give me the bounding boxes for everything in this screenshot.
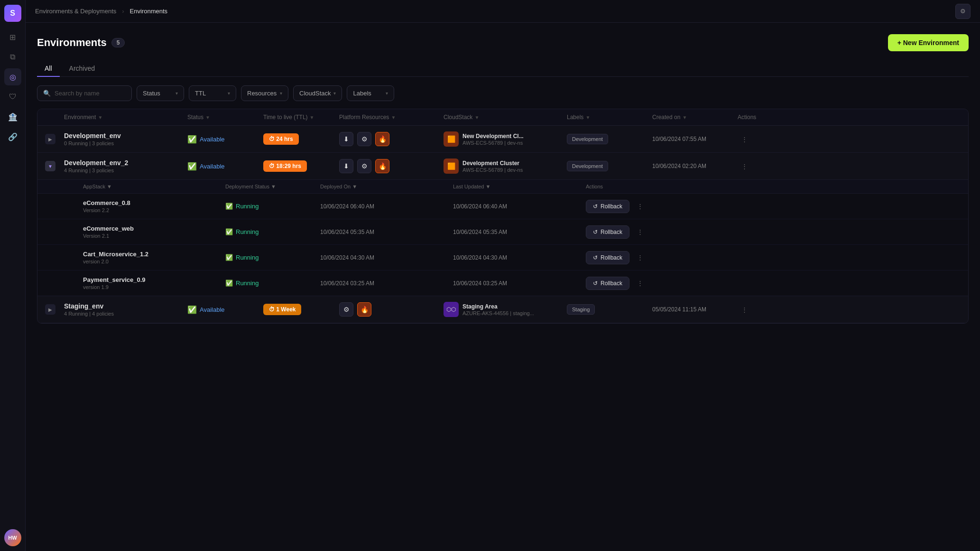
rollback-button-cart-microservice[interactable]: ↺ Rollback — [586, 251, 629, 264]
cloudstack-details-2: Development Cluster AWS-ECS-56789 | dev-… — [462, 160, 523, 173]
th-labels[interactable]: Labels ▼ — [567, 114, 652, 121]
env-name-cell: Development_env 0 Running | 3 policies — [64, 132, 187, 146]
rollback-icon: ↺ — [593, 229, 598, 235]
labels-filter[interactable]: Labels ▾ — [347, 85, 394, 101]
appstack-name: eCommerce_0.8 — [83, 199, 225, 206]
th-status[interactable]: Status ▼ — [187, 114, 263, 121]
tab-all[interactable]: All — [37, 61, 60, 77]
env-row-main-development-env-2[interactable]: ▼ Development_env_2 4 Running | 3 polici… — [37, 153, 968, 179]
deployed-on-cell: 10/06/2024 06:40 AM — [320, 203, 453, 210]
sub-actions-cell: ↺ Rollback ⋮ — [586, 200, 681, 213]
ttl-cell-2: ⏱ 18:29 hrs — [263, 160, 339, 172]
appstack-version-4: version 1.9 — [83, 284, 225, 290]
ttl-badge: ⏱ 24 hrs — [263, 133, 299, 145]
cloudstack-icon: 🟧 — [444, 131, 459, 147]
rollback-button-payment-service[interactable]: ↺ Rollback — [586, 277, 629, 290]
sub-table-header: AppStack ▼ Deployment Status ▼ Deployed … — [37, 180, 968, 194]
sub-th-deployment-status[interactable]: Deployment Status ▼ — [225, 184, 320, 189]
sidebar: S ⊞ ⧉ ◎ 🛡 🏦 🔗 HW — [0, 0, 26, 551]
status-label-2: Available — [200, 163, 225, 170]
cloudstack-name: New Development Cl... — [462, 133, 524, 140]
status-filter-label: Status — [143, 90, 160, 97]
env-row-development-env: ▶ Development_env 0 Running | 3 policies… — [37, 126, 968, 153]
ttl-badge-staging: ⏱ 1 Week — [263, 304, 301, 315]
chevron-down-icon: ▾ — [333, 91, 336, 96]
running-icon-2: ✅ — [225, 228, 233, 235]
th-created-on[interactable]: Created on ▼ — [652, 114, 738, 121]
sidebar-icon-bank[interactable]: 🏦 — [4, 108, 21, 125]
expand-button-development-env[interactable]: ▶ — [45, 134, 55, 144]
new-environment-button[interactable]: + New Environment — [888, 34, 969, 51]
sub-th-last-updated[interactable]: Last Updated ▼ — [453, 184, 586, 189]
appstack-name-cell: eCommerce_0.8 Version 2.2 — [83, 199, 225, 213]
labels-cell: Development — [567, 134, 652, 144]
env-row-development-env-2: ▼ Development_env_2 4 Running | 3 polici… — [37, 153, 968, 296]
rollback-label: Rollback — [601, 203, 622, 210]
breadcrumb-parent[interactable]: Environments & Deployments — [35, 8, 116, 15]
rollback-button-ecommerce-web[interactable]: ↺ Rollback — [586, 225, 629, 239]
search-box[interactable]: 🔍 — [37, 85, 132, 101]
th-environment[interactable]: Environment ▼ — [64, 114, 187, 121]
sidebar-icon-layers[interactable]: ⧉ — [4, 48, 21, 65]
appstack-name-3: Cart_Microservice_1.2 — [83, 251, 225, 258]
rollback-icon: ↺ — [593, 254, 598, 261]
sub-th-appstack[interactable]: AppStack ▼ — [83, 184, 225, 189]
more-options-appstack-1[interactable]: ⋮ — [633, 200, 647, 213]
cloudstack-cell: 🟧 New Development Cl... AWS-ECS-56789 | … — [444, 131, 567, 147]
more-options-button[interactable]: ⋮ — [738, 132, 751, 146]
search-input[interactable] — [55, 90, 121, 97]
more-options-appstack-3[interactable]: ⋮ — [633, 251, 647, 264]
chevron-down-icon: ▾ — [280, 91, 282, 96]
th-cloudstack[interactable]: CloudStack ▼ — [444, 114, 567, 121]
sidebar-icon-circle[interactable]: ◎ — [4, 68, 21, 85]
more-options-appstack-2[interactable]: ⋮ — [633, 225, 647, 239]
cloudstack-sub-2: AWS-ECS-56789 | dev-ns — [462, 167, 523, 173]
rollback-label: Rollback — [601, 280, 622, 287]
rollback-button-ecommerce-08[interactable]: ↺ Rollback — [586, 200, 629, 213]
created-on-cell-staging: 05/05/2024 11:15 AM — [652, 306, 738, 313]
env-row-main-staging-env[interactable]: ▶ Staging_env 4 Running | 4 policies ✅ A… — [37, 296, 968, 323]
sidebar-icon-grid[interactable]: ⊞ — [4, 28, 21, 46]
created-on-cell: 10/06/2024 07:55 AM — [652, 136, 738, 142]
settings-button[interactable]: ⚙ — [955, 4, 971, 19]
rollback-label: Rollback — [601, 229, 622, 235]
appstack-version-2: Version 2.1 — [83, 233, 225, 239]
ttl-filter[interactable]: TTL ▾ — [189, 85, 236, 101]
expand-button-staging-env[interactable]: ▶ — [45, 304, 55, 315]
cloudstack-name-2: Development Cluster — [462, 160, 523, 167]
status-filter[interactable]: Status ▾ — [137, 85, 184, 101]
user-avatar[interactable]: HW — [4, 529, 21, 546]
sidebar-icon-link[interactable]: 🔗 — [4, 128, 21, 145]
cloudstack-cell-2: 🟧 Development Cluster AWS-ECS-56789 | de… — [444, 159, 567, 174]
tab-archived[interactable]: Archived — [62, 61, 102, 77]
status-icon: ✅ — [187, 135, 197, 144]
page-title: Environments — [37, 37, 107, 49]
th-platform-resources[interactable]: Platform Resources ▼ — [339, 114, 444, 121]
created-on-cell-2: 10/06/2024 02:20 AM — [652, 163, 738, 169]
topbar: Environments & Deployments › Environment… — [26, 0, 980, 23]
more-options-appstack-4[interactable]: ⋮ — [633, 277, 647, 290]
env-row-main-development-env[interactable]: ▶ Development_env 0 Running | 3 policies… — [37, 126, 968, 152]
download-resource-icon: ⬇ — [339, 132, 353, 146]
sidebar-icon-shield[interactable]: 🛡 — [4, 88, 21, 105]
th-actions: Actions — [738, 114, 766, 121]
sort-icon: ▼ — [352, 184, 357, 189]
cloudstack-name-staging: Staging Area — [462, 303, 534, 310]
sort-icon: ▼ — [271, 184, 276, 189]
rollback-label: Rollback — [601, 254, 622, 261]
running-icon: ✅ — [225, 203, 233, 210]
labels-cell-2: Development — [567, 161, 652, 171]
cloudstack-filter[interactable]: CloudStack ▾ — [293, 85, 342, 101]
gear-resource-icon-staging: ⚙ — [339, 302, 353, 317]
expand-button-development-env-2[interactable]: ▼ — [45, 161, 55, 171]
sub-th-deployed-on[interactable]: Deployed On ▼ — [320, 184, 453, 189]
th-ttl[interactable]: Time to live (TTL) ▼ — [263, 114, 339, 121]
label-tag-staging: Staging — [567, 304, 595, 315]
resources-filter[interactable]: Resources ▾ — [241, 85, 288, 101]
breadcrumb-current: Environments — [130, 8, 167, 15]
appstack-name-cell-4: Payment_service_0.9 version 1.9 — [83, 276, 225, 290]
ttl-cell: ⏱ 24 hrs — [263, 133, 339, 145]
more-options-button-2[interactable]: ⋮ — [738, 159, 751, 173]
label-tag-2: Development — [567, 161, 608, 171]
more-options-button-staging[interactable]: ⋮ — [738, 303, 751, 316]
